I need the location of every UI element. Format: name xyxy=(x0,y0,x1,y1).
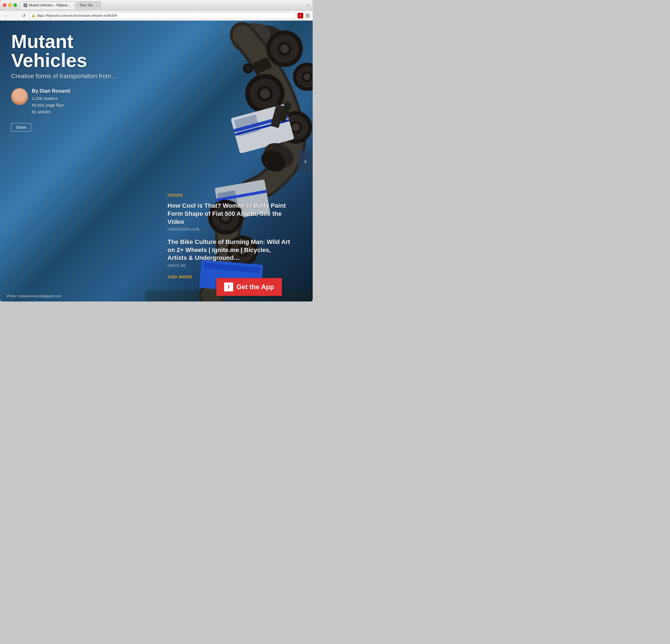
address-text: https://flipboard.com/section/mutant-veh… xyxy=(37,14,117,17)
photo-credit: Photo: lindamooney.blogspot.com xyxy=(7,294,61,298)
minimize-window-button[interactable] xyxy=(8,3,12,7)
tab-close-button[interactable]: × xyxy=(95,4,97,7)
back-button[interactable]: ‹ xyxy=(2,12,10,19)
top-right-icons: ⤢ xyxy=(307,3,310,8)
tabs-row: Mutant Vehicles – Flipboa… × New Tab × xyxy=(20,1,307,9)
extension-icon[interactable]: f xyxy=(298,13,303,18)
author-flips: 93,601 page flips xyxy=(32,102,70,109)
nav-bar: ‹ › ↺ 🔒 https://flipboard.com/section/mu… xyxy=(0,11,313,21)
article-title: The Bike Culture of Burning Man: Wild Ar… xyxy=(168,238,290,262)
window-controls xyxy=(3,3,17,7)
lock-icon: 🔒 xyxy=(31,14,36,17)
page-subtitle: Creative forms of transportation from… xyxy=(11,72,129,80)
tab-mutant-vehicles[interactable]: Mutant Vehicles – Flipboa… × xyxy=(20,1,76,9)
refresh-button[interactable]: ↺ xyxy=(20,12,27,19)
author-info: By Dian Rosanti 2,206 readers 93,601 pag… xyxy=(32,88,70,115)
article-source: CARSCOOPS.COM xyxy=(168,228,290,231)
avatar-face xyxy=(11,88,28,105)
get-app-label: Get the App xyxy=(237,283,274,291)
hamburger-line xyxy=(306,15,310,16)
address-bar[interactable]: 🔒 https://flipboard.com/section/mutant-v… xyxy=(29,12,296,19)
forward-button[interactable]: › xyxy=(11,12,18,19)
page-title: Mutant Vehicles xyxy=(11,32,129,70)
hamburger-line xyxy=(306,14,310,14)
flipboard-icon: f xyxy=(224,282,233,292)
article-item[interactable]: How Cool is That? Women in Body Paint Fo… xyxy=(168,202,290,231)
content-overlay: Mutant Vehicles Creative forms of transp… xyxy=(0,21,313,301)
hamburger-line xyxy=(306,17,310,17)
inside-panel: INSIDE How Cool is That? Women in Body P… xyxy=(168,192,290,279)
inside-label: INSIDE xyxy=(168,192,290,197)
article-title: How Cool is That? Women in Body Paint Fo… xyxy=(168,202,290,226)
next-arrow-button[interactable]: › xyxy=(298,150,313,172)
tab-label: Mutant Vehicles – Flipboa… xyxy=(29,3,71,7)
tab-favicon xyxy=(24,3,27,7)
title-bar: Mutant Vehicles – Flipboa… × New Tab × ⤢ xyxy=(0,0,313,11)
article-source: IGNITE.ME xyxy=(168,264,290,268)
avatar xyxy=(11,88,28,105)
tab-close-button[interactable]: × xyxy=(73,4,75,7)
hero-left: Mutant Vehicles Creative forms of transp… xyxy=(0,21,139,132)
expand-icon[interactable]: ⤢ xyxy=(307,3,310,8)
author-section: By Dian Rosanti 2,206 readers 93,601 pag… xyxy=(11,88,129,115)
close-window-button[interactable] xyxy=(3,3,6,7)
author-articles: 81 articles xyxy=(32,109,70,115)
share-button[interactable]: Share xyxy=(11,123,31,132)
maximize-window-button[interactable] xyxy=(13,3,17,7)
page-content: Mutant Vehicles Creative forms of transp… xyxy=(0,21,313,301)
tab-new-tab[interactable]: New Tab × xyxy=(76,1,101,9)
get-app-button[interactable]: f Get the App xyxy=(216,278,282,296)
menu-button[interactable] xyxy=(305,13,310,18)
article-item[interactable]: The Bike Culture of Burning Man: Wild Ar… xyxy=(168,238,290,268)
author-readers: 2,206 readers xyxy=(32,95,70,102)
browser-window: Mutant Vehicles – Flipboa… × New Tab × ⤢… xyxy=(0,0,313,301)
tab-label: New Tab xyxy=(80,3,93,7)
author-name: By Dian Rosanti xyxy=(32,88,70,94)
